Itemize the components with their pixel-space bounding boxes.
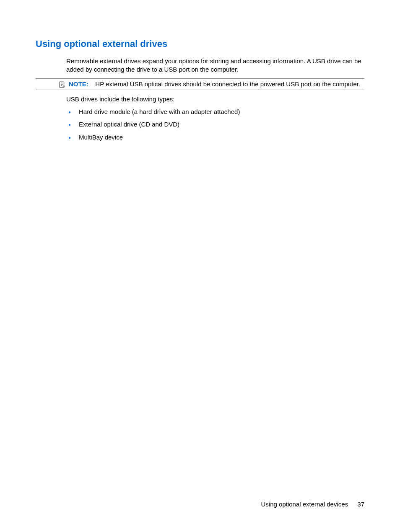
list-item: Hard drive module (a hard drive with an … [66,108,364,116]
note-label: NOTE: [69,80,88,88]
note-icon [58,81,66,88]
note-content: NOTE: HP external USB optical drives sho… [69,80,364,88]
footer-page-number: 37 [357,501,364,508]
section-heading: Using optional external drives [36,39,364,49]
lead-in-text: USB drives include the following types: [66,95,364,103]
list-item: External optical drive (CD and DVD) [66,120,364,129]
document-page: Using optional external drives Removable… [0,0,400,142]
bullet-list: Hard drive module (a hard drive with an … [66,108,364,142]
note-callout: NOTE: HP external USB optical drives sho… [36,78,364,90]
footer-section-title: Using optional external devices [261,501,348,508]
intro-paragraph: Removable external drives expand your op… [66,57,364,74]
page-footer: Using optional external devices 37 [261,501,364,508]
note-text: HP external USB optical drives should be… [95,80,360,88]
list-item: MultiBay device [66,133,364,142]
note-spacer [90,80,94,88]
